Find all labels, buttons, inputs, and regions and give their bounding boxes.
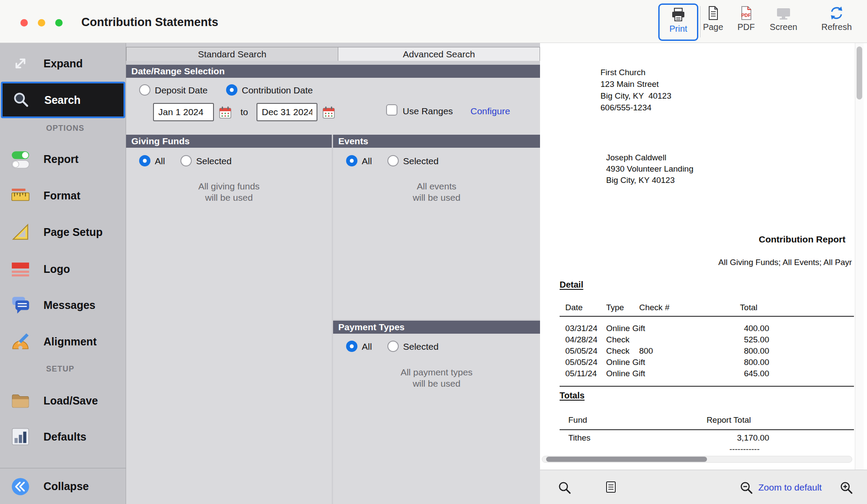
detail-heading: Detail [560, 280, 583, 290]
zoom-out-icon[interactable] [739, 481, 753, 496]
sidebar-item-load-save[interactable]: Load/Save [0, 382, 126, 419]
events-section [333, 148, 540, 319]
row-type: Check [606, 335, 630, 345]
contribution-date-label: Contribution Date [242, 85, 313, 96]
close-button[interactable] [20, 19, 28, 27]
preview-vscrollbar-thumb[interactable] [857, 46, 862, 99]
giving-funds-selected-radio[interactable] [180, 155, 192, 166]
preview-vscrollbar-track[interactable] [855, 43, 864, 470]
alignment-protractor-icon [9, 332, 32, 351]
row-total: 800.00 [714, 358, 769, 367]
events-selected-radio[interactable] [387, 155, 399, 166]
page-label: Page [694, 22, 732, 32]
deposit-date-radio[interactable] [139, 84, 150, 96]
col-header-check: Check # [639, 303, 670, 312]
giving-funds-all-label: All [155, 156, 165, 166]
church-street: 123 Main Street [600, 80, 659, 89]
zoom-to-default-link[interactable]: Zoom to default [758, 482, 822, 493]
payment-types-selected-radio[interactable] [387, 341, 399, 352]
zoom-in-icon[interactable] [839, 481, 853, 496]
row-type: Online Gift [606, 358, 645, 367]
pdf-button[interactable]: PDF PDF [727, 5, 765, 32]
tab-standard-search[interactable]: Standard Search [126, 47, 338, 61]
tab-advanced-search[interactable]: Advanced Search [338, 47, 540, 61]
payment-types-note-line2: will be used [333, 378, 540, 389]
preview-hscrollbar-thumb[interactable] [546, 457, 707, 462]
giving-funds-note-line1: All giving funds [126, 181, 332, 192]
end-date-calendar-icon[interactable] [322, 106, 336, 121]
use-ranges-checkbox[interactable] [386, 104, 397, 116]
preview-search-icon[interactable] [557, 481, 571, 496]
minimize-button[interactable] [38, 19, 45, 27]
screen-icon [776, 5, 791, 21]
col-header-date: Date [565, 303, 583, 312]
donor-city: Big City, KY 40123 [606, 176, 675, 185]
sidebar-logo-label: Logo [43, 263, 70, 275]
refresh-button[interactable]: Refresh [817, 5, 856, 32]
sidebar-item-defaults[interactable]: Defaults [0, 418, 126, 455]
configure-link[interactable]: Configure [470, 106, 510, 116]
report-title: Contribution Report [759, 234, 845, 245]
sidebar-item-format[interactable]: Format [0, 177, 126, 214]
row-total: 400.00 [714, 324, 769, 333]
events-note-line1: All events [333, 181, 540, 192]
sidebar-format-label: Format [43, 189, 80, 202]
sidebar-item-collapse[interactable]: Collapse [0, 469, 126, 504]
maximize-button[interactable] [55, 19, 63, 27]
payment-types-selected-label: Selected [403, 342, 439, 352]
start-date-calendar-icon[interactable] [218, 106, 232, 121]
sidebar-item-expand[interactable]: Expand [0, 45, 126, 82]
bar-chart-icon [9, 427, 32, 447]
col-header-total: Total [714, 303, 757, 312]
events-all-label: All [362, 156, 372, 166]
row-type: Online Gift [606, 324, 645, 333]
sidebar-report-label: Report [43, 153, 79, 166]
totals-dashes: ----------- [705, 444, 760, 454]
report-preview: First Church 123 Main Street Big City, K… [540, 43, 855, 470]
sidebar-divider [0, 468, 126, 468]
donor-name: Joseph Caldwell [606, 153, 666, 162]
sidebar-item-report[interactable]: Report [0, 141, 126, 177]
row-date: 05/11/24 [565, 369, 597, 378]
screen-button[interactable]: Screen [764, 5, 803, 32]
sidebar-item-logo[interactable]: Logo [0, 251, 126, 287]
page-button[interactable]: Page [694, 5, 732, 32]
detail-rule-bottom [560, 386, 854, 387]
payment-types-section [333, 334, 540, 504]
events-selected-label: Selected [403, 156, 439, 166]
totals-amount: 3,170.00 [714, 433, 769, 443]
giving-funds-selected-label: Selected [196, 156, 232, 166]
screen-label: Screen [764, 22, 803, 32]
sidebar-item-page-setup[interactable]: Page Setup [0, 214, 126, 250]
report-toggles-icon [9, 149, 32, 169]
church-name: First Church [600, 68, 645, 77]
row-total: 645.00 [714, 369, 769, 378]
preview-page-view-icon[interactable] [604, 481, 617, 495]
contribution-date-radio[interactable] [226, 84, 237, 96]
row-type: Online Gift [606, 369, 645, 378]
sidebar-collapse-label: Collapse [43, 480, 89, 493]
use-ranges-label: Use Ranges [403, 106, 453, 116]
totals-fund-header: Fund [568, 415, 587, 425]
refresh-label: Refresh [817, 22, 856, 32]
sidebar-defaults-label: Defaults [43, 431, 87, 443]
payment-types-all-radio[interactable] [346, 341, 357, 352]
row-total: 525.00 [714, 335, 769, 345]
start-date-input[interactable] [153, 103, 214, 121]
svg-text:PDF: PDF [741, 13, 751, 18]
page-setup-triangle-icon [9, 222, 32, 242]
sidebar-item-alignment[interactable]: Alignment [0, 323, 126, 360]
print-button[interactable]: Print [658, 3, 698, 41]
sidebar-item-messages[interactable]: Messages [0, 287, 126, 323]
expand-icon [9, 53, 32, 73]
events-all-radio[interactable] [346, 155, 357, 166]
totals-report-total-header: Report Total [684, 415, 751, 425]
date-range-header: Date/Range Selection [126, 65, 540, 78]
totals-heading: Totals [560, 391, 584, 401]
sidebar-item-search[interactable]: Search [1, 82, 125, 118]
end-date-input[interactable] [257, 103, 317, 121]
giving-funds-all-radio[interactable] [139, 155, 150, 166]
format-ruler-icon [9, 186, 32, 206]
collapse-chevrons-icon [9, 477, 32, 497]
tab-standard-label: Standard Search [198, 49, 267, 60]
